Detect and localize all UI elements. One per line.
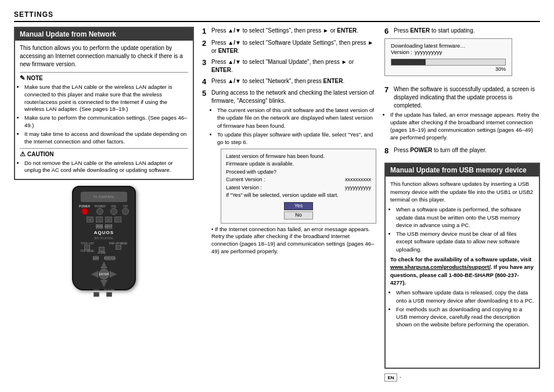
usb-section-title: Manual Update from USB memory device bbox=[386, 164, 539, 177]
aquos-label: AQUOS bbox=[73, 230, 135, 235]
step-6-content: Press ENTER to start updating. bbox=[394, 27, 540, 35]
remote-screen: TV CONTROL bbox=[81, 192, 127, 202]
download-bar-segments bbox=[391, 59, 505, 65]
usb-bold-item: To check for the availability of a softw… bbox=[390, 256, 534, 286]
step-1: 1 Press ▲/▼ to select "Settings", then p… bbox=[202, 27, 376, 36]
bd-player-label: BD PLAYER bbox=[73, 236, 135, 240]
usb-section-box: Manual Update from USB memory device Thi… bbox=[384, 163, 540, 369]
step-5-internet-note: • If the Internet connection has failed,… bbox=[211, 226, 376, 256]
step-7-content: When the software is successfully update… bbox=[394, 85, 540, 110]
step-1-content: Press ▲/▼ to select "Settings", then pre… bbox=[211, 27, 376, 35]
download-version-label: Version : bbox=[391, 49, 412, 55]
bar-empty bbox=[426, 59, 505, 65]
right-column: 6 Press ENTER to start updating. Downloa… bbox=[384, 27, 540, 382]
usb-link: www.sharpusa.com/products/support/ bbox=[390, 264, 491, 270]
step-2-content: Press ▲/▼ to select "Software Update Set… bbox=[211, 39, 376, 55]
note-header: ✎ NOTE bbox=[20, 72, 188, 82]
download-version-value: yyyyyyyyyy bbox=[415, 49, 443, 55]
note-icon: ✎ bbox=[20, 74, 25, 82]
step-5-sub-2: To update this player software with upda… bbox=[217, 131, 376, 146]
step-5-sub-1: The current version of this unit softwar… bbox=[217, 106, 376, 130]
download-bar bbox=[391, 59, 506, 66]
step-8-content: Press POWER to turn off the player. bbox=[394, 146, 540, 154]
latest-label: Latest Version : bbox=[226, 184, 262, 192]
step-3-content: Press ▲/▼ to select "Manual Update", the… bbox=[211, 58, 376, 74]
latest-value: yyyyyyyyyy bbox=[345, 184, 371, 192]
usb-item-1: When a software update is performed, the… bbox=[396, 206, 534, 229]
step-5-sub-list: The current version of this unit softwar… bbox=[211, 106, 376, 146]
step-4-content: Press ▲/▼ to select "Network", then pres… bbox=[211, 77, 376, 85]
step-7-sub-1: If the update has failed, an error messa… bbox=[390, 111, 540, 142]
dpad: ENTER bbox=[91, 261, 117, 287]
dpad-down bbox=[100, 280, 107, 287]
step-2: 2 Press ▲/▼ to select "Software Update S… bbox=[202, 39, 376, 55]
step-2-num: 2 bbox=[202, 39, 211, 48]
bottom-area: EN · bbox=[384, 372, 540, 382]
firmware-line1: Latest version of firmware has been foun… bbox=[226, 153, 371, 161]
download-version-row: Version : yyyyyyyyyy bbox=[391, 49, 506, 55]
note-item-3: It may take time to access and download … bbox=[24, 131, 188, 146]
current-label: Current Version : bbox=[226, 176, 265, 184]
dpad-enter: ENTER bbox=[99, 269, 109, 279]
note-item-1: Make sure that the LAN cable or the wire… bbox=[24, 84, 188, 113]
step-8-num: 8 bbox=[384, 146, 394, 156]
step-1-num: 1 bbox=[202, 27, 211, 36]
step-3: 3 Press ▲/▼ to select "Manual Update", t… bbox=[202, 58, 376, 74]
step-8-item: 8 Press POWER to turn off the player. bbox=[384, 146, 540, 156]
firmware-box: Latest version of firmware has been foun… bbox=[221, 149, 376, 224]
step-6-num: 6 bbox=[384, 27, 394, 36]
caution-header: ⚠ CAUTION bbox=[20, 148, 188, 158]
usb-item-2: The USB memory device must be clear of a… bbox=[396, 230, 534, 253]
download-box: Downloading latest firmware… Version : y… bbox=[384, 38, 512, 76]
step-4-num: 4 bbox=[202, 77, 211, 87]
step-3-num: 3 bbox=[202, 58, 211, 67]
steps-list: 1 Press ▲/▼ to select "Settings", then p… bbox=[202, 27, 376, 258]
firmware-line3: Proceed with update? bbox=[226, 168, 371, 177]
step-7-num: 7 bbox=[384, 85, 394, 95]
firmware-no-btn[interactable]: No bbox=[284, 211, 313, 220]
firmware-yes-no: Yes No bbox=[226, 202, 371, 220]
middle-column: 1 Press ▲/▼ to select "Settings", then p… bbox=[202, 27, 376, 382]
usb-desc: This function allows software updates by… bbox=[390, 180, 534, 203]
step-5: 5 During access to the network and check… bbox=[202, 89, 376, 256]
firmware-latest-row: Latest Version : yyyyyyyyyy bbox=[226, 184, 371, 192]
remote-area: TV CONTROL POWER POWER VOL bbox=[14, 186, 194, 290]
firmware-note: If "Yes" will be selected, version updat… bbox=[226, 192, 371, 200]
step-6: 6 Press ENTER to start updating. Downloa… bbox=[384, 27, 540, 81]
usb-extra-items: When software update data is released, c… bbox=[390, 289, 534, 328]
firmware-current-row: Current Version : xxxxxxxxxx bbox=[226, 176, 371, 184]
firmware-yes-btn[interactable]: Yes bbox=[284, 202, 313, 210]
caution-icon: ⚠ bbox=[20, 150, 26, 158]
left-column: Manual Update from Network This function… bbox=[14, 27, 194, 382]
remote-control: TV CONTROL POWER POWER VOL bbox=[72, 186, 136, 290]
dpad-up bbox=[100, 261, 107, 268]
usb-item-5: For methods such as downloading and copy… bbox=[396, 305, 534, 329]
dpad-left bbox=[91, 271, 98, 278]
network-section-title: Manual Update from Network bbox=[15, 28, 193, 41]
download-percent: 30% bbox=[391, 66, 506, 72]
download-line1: Downloading latest firmware… bbox=[391, 42, 506, 49]
step-7-item: 7 When the software is successfully upda… bbox=[384, 85, 540, 110]
note-label: NOTE bbox=[27, 75, 43, 81]
step-4: 4 Press ▲/▼ to select "Network", then pr… bbox=[202, 77, 376, 87]
step-7: 7 When the software is successfully upda… bbox=[384, 85, 540, 144]
step-5-num: 5 bbox=[202, 89, 211, 98]
step-5-content: During access to the network and checkin… bbox=[211, 89, 376, 256]
settings-title: SETTINGS bbox=[14, 10, 540, 22]
usb-items-list: When a software update is performed, the… bbox=[390, 206, 534, 253]
current-value: xxxxxxxxxx bbox=[345, 176, 371, 184]
caution-label: CAUTION bbox=[27, 151, 54, 157]
network-description: This function allows you to perform the … bbox=[20, 44, 188, 69]
caution-list: Do not remove the LAN cable or the wirel… bbox=[20, 160, 188, 175]
note-list: Make sure that the LAN cable or the wire… bbox=[20, 84, 188, 146]
usb-item-4: When software update data is released, c… bbox=[396, 289, 534, 304]
manual-update-network-box: Manual Update from Network This function… bbox=[14, 27, 194, 180]
firmware-line2: Firmware update is available. bbox=[226, 160, 371, 168]
note-item-2: Make sure to perform the communication s… bbox=[24, 114, 188, 130]
bar-filled bbox=[391, 59, 426, 65]
bottom-dot: · bbox=[400, 374, 401, 380]
eng-badge: EN bbox=[384, 373, 397, 382]
usb-body: This function allows software updates by… bbox=[386, 180, 539, 335]
step-7-sub-list: If the update has failed, an error messa… bbox=[384, 111, 540, 142]
dpad-right bbox=[110, 271, 117, 278]
